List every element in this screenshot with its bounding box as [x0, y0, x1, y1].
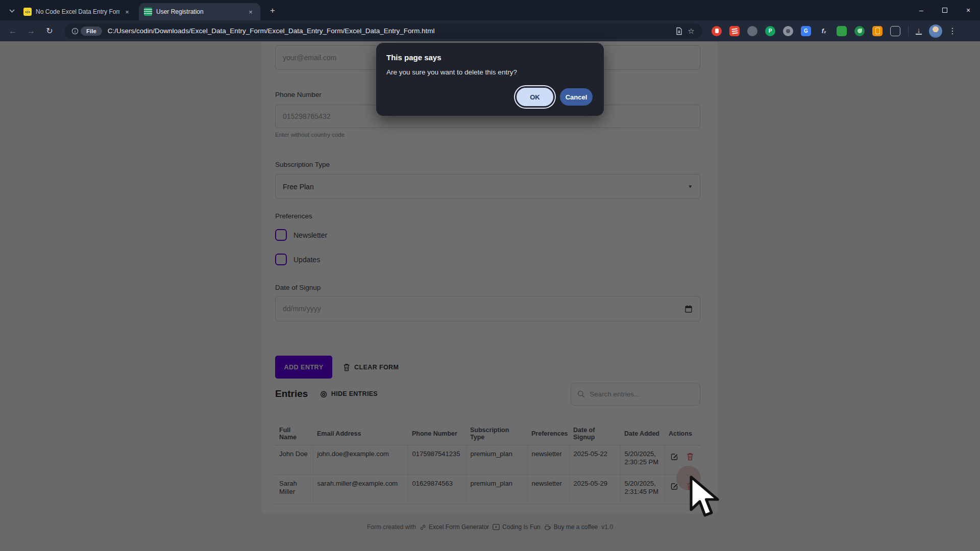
- info-icon[interactable]: [71, 28, 79, 35]
- dialog-ok-button[interactable]: OK: [517, 88, 553, 106]
- p-extension-icon[interactable]: P: [765, 26, 775, 36]
- dialog-message: Are you sure you want to delete this ent…: [386, 68, 517, 76]
- alert-dialog: This page says Are you sure you want to …: [376, 43, 604, 116]
- gray-extension-icon[interactable]: [747, 26, 757, 36]
- tab-title: No Code Excel Data Entry Form: [36, 8, 119, 15]
- tab-title: User Registration: [156, 8, 243, 15]
- address-bar[interactable]: File C:/Users/codin/Downloads/Excel_Data…: [64, 23, 702, 39]
- mouse-cursor: [688, 475, 722, 522]
- forward-icon[interactable]: →: [23, 23, 39, 39]
- extensions-row: P G f₂: [712, 26, 900, 36]
- new-tab-button[interactable]: +: [266, 5, 279, 17]
- todoist-extension-icon[interactable]: [729, 26, 740, 36]
- excel-favicon-icon: [144, 8, 152, 16]
- clipboard-extension-icon[interactable]: [890, 26, 900, 36]
- orange-app-extension-icon[interactable]: [872, 26, 883, 36]
- close-window-button[interactable]: ×: [957, 0, 980, 20]
- dialog-cancel-button[interactable]: Cancel: [560, 88, 593, 106]
- leaf-extension-icon[interactable]: [854, 26, 865, 36]
- send-to-device-icon[interactable]: [673, 25, 685, 37]
- green-extension-icon[interactable]: [837, 26, 847, 36]
- page-dim-overlay: [0, 41, 980, 551]
- toolbar-divider: [908, 26, 909, 36]
- reload-icon[interactable]: ↻: [42, 23, 57, 39]
- tab-close-icon[interactable]: ×: [122, 7, 132, 16]
- tab-search-chevron-icon[interactable]: [5, 4, 18, 17]
- dialog-title: This page says: [386, 53, 442, 62]
- adblock-extension-icon[interactable]: [712, 26, 722, 36]
- minimize-button[interactable]: –: [910, 0, 933, 20]
- translate-extension-icon[interactable]: G: [801, 26, 811, 36]
- camera-extension-icon[interactable]: [783, 26, 793, 36]
- file-scheme-badge: File: [81, 27, 102, 36]
- url-text: C:/Users/codin/Downloads/Excel_Data_Entr…: [108, 27, 673, 35]
- tab-no-code-excel[interactable]: </> No Code Excel Data Entry Form ×: [18, 3, 137, 20]
- window-controls: – ×: [910, 0, 980, 20]
- tab-bar: </> No Code Excel Data Entry Form × User…: [0, 0, 980, 20]
- browser-menu-icon[interactable]: ⋮: [948, 26, 957, 36]
- tab-close-icon[interactable]: ×: [246, 7, 255, 16]
- bookmark-star-icon[interactable]: ☆: [685, 25, 697, 37]
- browser-toolbar: ← → ↻ File C:/Users/codin/Downloads/Exce…: [0, 20, 980, 41]
- maximize-button[interactable]: [933, 0, 957, 20]
- profile-avatar[interactable]: [929, 24, 942, 38]
- page-viewport: Phone Number Enter without country code …: [0, 41, 980, 551]
- fx-extension-icon[interactable]: f₂: [819, 26, 829, 36]
- code-favicon-icon: </>: [23, 8, 32, 16]
- tab-user-registration[interactable]: User Registration ×: [139, 3, 260, 20]
- back-icon[interactable]: ←: [5, 23, 20, 39]
- downloads-icon[interactable]: ↓: [916, 27, 922, 35]
